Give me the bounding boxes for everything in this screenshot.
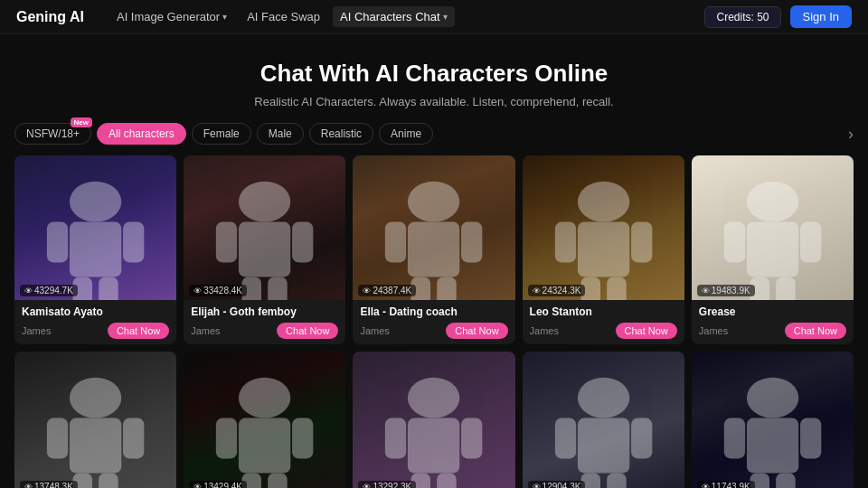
character-image: 👁13429.4K bbox=[184, 352, 345, 488]
character-author: James bbox=[530, 325, 559, 336]
character-name: Kamisato Ayato bbox=[22, 305, 169, 318]
header-right: Credits: 50 Sign In bbox=[704, 5, 852, 28]
character-stat: 👁13292.3K bbox=[358, 481, 416, 488]
svg-rect-2 bbox=[47, 222, 68, 263]
character-author: James bbox=[22, 325, 51, 336]
character-name: Elijah - Goth femboy bbox=[191, 305, 338, 318]
character-stat: 👁12904.3K bbox=[528, 481, 586, 488]
eye-icon: 👁 bbox=[24, 286, 33, 296]
character-image: 👁43294.7K bbox=[14, 155, 176, 300]
page-subtitle: Realistic AI Characters. Always availabl… bbox=[18, 95, 850, 108]
svg-rect-23 bbox=[607, 277, 627, 300]
character-info: Elijah - Goth femboyJamesChat Now bbox=[184, 300, 345, 344]
character-name: Ella - Dating coach bbox=[360, 305, 507, 318]
eye-icon: 👁 bbox=[193, 286, 202, 296]
hero-section: Chat With AI Characters Online Realistic… bbox=[0, 34, 868, 123]
filters-expand-icon[interactable]: › bbox=[848, 125, 854, 144]
svg-rect-7 bbox=[239, 222, 290, 277]
svg-rect-32 bbox=[47, 418, 68, 459]
character-name: Grease bbox=[699, 305, 846, 318]
character-author: James bbox=[360, 325, 389, 336]
credits-button[interactable]: Credits: 50 bbox=[704, 6, 780, 28]
svg-point-0 bbox=[70, 182, 121, 222]
character-stat: 👁19483.9K bbox=[697, 285, 755, 296]
svg-rect-39 bbox=[292, 418, 313, 459]
svg-point-30 bbox=[70, 378, 121, 418]
character-info: Ella - Dating coachJamesChat Now bbox=[353, 300, 514, 344]
filter-bar: New NSFW/18+ All characters Female Male … bbox=[0, 123, 868, 155]
svg-rect-15 bbox=[461, 222, 482, 263]
character-info: Leo StantonJamesChat Now bbox=[523, 300, 684, 344]
character-card[interactable]: 👁11743.9Kyounger brotherJamesChat Now bbox=[692, 352, 854, 488]
svg-rect-35 bbox=[99, 473, 118, 488]
filter-female[interactable]: Female bbox=[192, 123, 251, 145]
eye-icon: 👁 bbox=[363, 286, 371, 296]
svg-rect-17 bbox=[438, 277, 458, 300]
svg-rect-9 bbox=[292, 222, 313, 263]
character-card[interactable]: 👁24324.3KLeo StantonJamesChat Now bbox=[523, 155, 684, 344]
svg-rect-38 bbox=[216, 418, 237, 459]
character-image: 👁13292.3K bbox=[353, 352, 514, 488]
chat-now-button[interactable]: Chat Now bbox=[108, 323, 169, 339]
svg-rect-3 bbox=[123, 222, 144, 263]
character-stat: 👁43294.7K bbox=[20, 285, 78, 296]
svg-rect-45 bbox=[461, 418, 482, 459]
eye-icon: 👁 bbox=[702, 483, 710, 489]
character-card[interactable]: 👁33428.4KElijah - Goth femboyJamesChat N… bbox=[184, 155, 345, 344]
svg-rect-26 bbox=[724, 222, 745, 263]
character-footer: JamesChat Now bbox=[699, 323, 846, 339]
svg-rect-21 bbox=[631, 222, 652, 263]
svg-point-24 bbox=[747, 182, 798, 222]
character-stat: 👁33428.4K bbox=[189, 285, 247, 296]
character-grid: 👁43294.7KKamisato AyatoJamesChat Now 👁33… bbox=[0, 155, 868, 488]
svg-rect-20 bbox=[554, 222, 575, 263]
filter-realistic[interactable]: Realistic bbox=[309, 123, 373, 145]
character-footer: JamesChat Now bbox=[360, 323, 507, 339]
character-image: 👁12904.3K bbox=[523, 352, 684, 488]
chevron-down-icon-2: ▾ bbox=[443, 12, 448, 22]
character-image: 👁13748.3K bbox=[14, 352, 176, 488]
chat-now-button[interactable]: Chat Now bbox=[446, 323, 507, 339]
svg-point-48 bbox=[578, 378, 629, 418]
nav-image-generator[interactable]: AI Image Generator ▾ bbox=[109, 6, 234, 27]
eye-icon: 👁 bbox=[533, 286, 541, 296]
svg-rect-37 bbox=[239, 418, 290, 474]
svg-rect-27 bbox=[800, 222, 821, 263]
character-card[interactable]: 👁13429.4KSerial Killer HusbandJamesChat … bbox=[184, 352, 345, 488]
character-info: Kamisato AyatoJamesChat Now bbox=[14, 300, 176, 344]
svg-rect-31 bbox=[70, 418, 121, 474]
svg-rect-56 bbox=[724, 418, 745, 459]
new-badge: New bbox=[71, 117, 92, 127]
nav-face-swap[interactable]: AI Face Swap bbox=[240, 6, 327, 27]
svg-rect-57 bbox=[800, 418, 821, 459]
chat-now-button[interactable]: Chat Now bbox=[616, 323, 677, 339]
character-card[interactable]: 👁13292.3KA Detective Obsessed With You -… bbox=[353, 352, 514, 488]
filter-nsfw[interactable]: New NSFW/18+ bbox=[14, 123, 91, 145]
chat-now-button[interactable]: Chat Now bbox=[277, 323, 338, 339]
svg-rect-47 bbox=[438, 473, 458, 488]
svg-rect-25 bbox=[747, 222, 798, 277]
character-card[interactable]: 👁24387.4KElla - Dating coachJamesChat No… bbox=[353, 155, 514, 344]
character-card[interactable]: 👁19483.9KGreaseJamesChat Now bbox=[692, 155, 854, 344]
nav-characters-chat[interactable]: AI Characters Chat ▾ bbox=[333, 6, 455, 27]
nav: AI Image Generator ▾ AI Face Swap AI Cha… bbox=[109, 6, 705, 27]
logo[interactable]: Gening AI bbox=[16, 9, 84, 25]
signin-button[interactable]: Sign In bbox=[790, 5, 852, 28]
filter-male[interactable]: Male bbox=[257, 123, 304, 145]
chat-now-button[interactable]: Chat Now bbox=[785, 323, 846, 339]
svg-rect-43 bbox=[408, 418, 459, 474]
character-card[interactable]: 👁43294.7KKamisato AyatoJamesChat Now bbox=[14, 155, 176, 344]
svg-rect-55 bbox=[747, 418, 798, 474]
character-card[interactable]: 👁13748.3KJuliette DuboisJamesChat Now bbox=[14, 352, 176, 488]
character-image: 👁24387.4K bbox=[353, 155, 514, 300]
eye-icon: 👁 bbox=[193, 483, 202, 489]
character-card[interactable]: 👁12904.3KBully CheerleaderJamesChat Now bbox=[523, 352, 684, 488]
character-stat: 👁13429.4K bbox=[189, 481, 247, 488]
filter-anime[interactable]: Anime bbox=[379, 123, 433, 145]
svg-rect-19 bbox=[578, 222, 629, 277]
svg-rect-44 bbox=[385, 418, 406, 459]
eye-icon: 👁 bbox=[702, 286, 710, 296]
filter-all[interactable]: All characters bbox=[97, 123, 186, 145]
svg-rect-33 bbox=[123, 418, 144, 459]
svg-point-36 bbox=[239, 378, 290, 418]
